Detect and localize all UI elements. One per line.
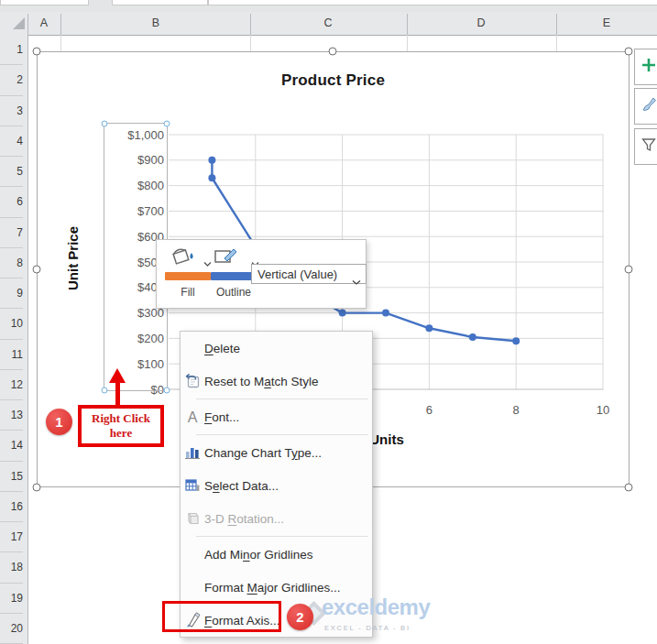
row-header-17[interactable]: 17 — [0, 522, 23, 552]
menu-item-3-d-rotation: 3-D Rotation... — [181, 502, 372, 535]
paint-bucket-icon — [169, 245, 196, 274]
row-header-14[interactable]: 14 — [0, 431, 23, 461]
row-header-column: 1234567891011121314151617181920 — [0, 35, 28, 644]
menu-item-label: Reset to Match Style — [204, 375, 319, 388]
outline-label: Outline — [211, 286, 257, 299]
resize-handle-left-mid[interactable] — [33, 266, 41, 274]
axis-handle[interactable] — [164, 387, 170, 394]
context-menu: DeleteReset to Match StyleAFont...Change… — [180, 331, 373, 638]
column-header-row: ABCDE — [0, 12, 657, 36]
menu-item-label: Select Data... — [204, 479, 279, 493]
svg-text:A: A — [188, 409, 198, 425]
row-header-18[interactable]: 18 — [0, 552, 23, 583]
resize-handle-top-mid[interactable] — [329, 48, 337, 56]
funnel-icon — [641, 136, 657, 157]
chart-title[interactable]: Product Price — [38, 71, 629, 90]
resize-handle-top-right[interactable] — [625, 48, 633, 56]
gridline — [60, 35, 61, 51]
step-2-badge: 2 — [287, 604, 313, 630]
y-axis-title[interactable]: Unit Price — [65, 185, 83, 332]
column-separator — [556, 14, 557, 35]
axis-handle[interactable] — [102, 121, 108, 127]
annotation-arrow-head — [109, 368, 126, 383]
menu-item-select-data[interactable]: Select Data... — [181, 469, 372, 502]
row-header-7[interactable]: 7 — [0, 218, 23, 248]
row-header-20[interactable]: 20 — [0, 614, 23, 644]
fill-button[interactable]: Fill — [165, 244, 213, 304]
3d-rotation-icon — [182, 510, 203, 527]
select-all-corner[interactable] — [13, 17, 25, 29]
mini-toolbar: Fill Outline Vertical (Value) — [156, 239, 367, 309]
column-header-a[interactable]: A — [40, 12, 48, 35]
column-header-b[interactable]: B — [152, 12, 159, 35]
column-header-e[interactable]: E — [603, 12, 610, 35]
row-header-10[interactable]: 10 — [0, 309, 23, 339]
menu-item-font[interactable]: AFont... — [181, 400, 372, 433]
row-header-12[interactable]: 12 — [0, 370, 23, 400]
annotation-arrow — [115, 381, 120, 407]
chart-element-dropdown-value: Vertical (Value) — [257, 267, 337, 281]
resize-handle-bottom-right[interactable] — [625, 484, 633, 492]
row-header-5[interactable]: 5 — [0, 157, 23, 187]
menu-separator — [196, 536, 368, 537]
resize-handle-bottom-left[interactable] — [33, 484, 41, 492]
chart-styles-button[interactable] — [634, 88, 657, 125]
right-click-note: Right Click here — [78, 405, 164, 447]
fill-label: Fill — [165, 286, 211, 299]
resize-handle-top-left[interactable] — [33, 48, 41, 56]
select-data-icon — [182, 477, 203, 494]
gridline — [250, 35, 251, 51]
name-box-remnant — [0, 0, 89, 5]
axis-handle[interactable] — [164, 121, 170, 127]
row-header-4[interactable]: 4 — [0, 126, 23, 157]
chevron-down-icon — [352, 272, 361, 292]
chart-elements-button[interactable] — [634, 49, 657, 85]
menu-separator — [196, 434, 368, 435]
row-header-2[interactable]: 2 — [0, 65, 23, 95]
column-separator — [60, 14, 61, 35]
menu-item-reset-to-match-style[interactable]: Reset to Match Style — [181, 365, 372, 398]
chart-element-dropdown[interactable]: Vertical (Value) — [251, 264, 367, 284]
row-header-9[interactable]: 9 — [0, 278, 23, 309]
column-separator — [27, 14, 28, 35]
column-header-d[interactable]: D — [476, 12, 485, 35]
menu-item-change-chart-type[interactable]: Change Chart Type... — [181, 436, 372, 469]
brush-icon — [641, 96, 657, 116]
formula-input-remnant — [208, 0, 657, 5]
toolbar-box-remnant — [112, 0, 208, 5]
outline-pencil-icon — [213, 246, 242, 272]
axis-handle[interactable] — [102, 387, 108, 394]
row-header-11[interactable]: 11 — [0, 340, 23, 370]
row-header-15[interactable]: 15 — [0, 462, 23, 492]
column-separator — [250, 14, 251, 35]
x-tick-label: 10 — [585, 403, 621, 418]
plus-icon — [641, 57, 657, 77]
row-header-8[interactable]: 8 — [0, 248, 23, 278]
font-icon: A — [182, 409, 203, 425]
outline-color-bar — [211, 272, 257, 280]
resize-handle-right-mid[interactable] — [625, 266, 633, 274]
menu-item-add-minor-gridlines[interactable]: Add Minor Gridlines — [181, 538, 372, 571]
menu-separator — [196, 398, 368, 399]
column-header-c[interactable]: C — [323, 12, 332, 35]
row-header-19[interactable]: 19 — [0, 584, 23, 614]
gridline — [407, 35, 408, 51]
format-axis-highlight-box — [162, 601, 281, 632]
gridline — [556, 35, 557, 51]
row-header-6[interactable]: 6 — [0, 187, 23, 217]
watermark-brand: exceldemy — [322, 595, 430, 620]
menu-item-label: Add Minor Gridlines — [204, 548, 313, 562]
excel-window: ABCDE 1234567891011121314151617181920 Pr… — [0, 0, 657, 644]
watermark: exceldemy EXCEL - DATA - BI — [302, 596, 412, 635]
menu-item-delete[interactable]: Delete — [181, 332, 372, 365]
row-header-3[interactable]: 3 — [0, 96, 23, 126]
menu-item-label: 3-D Rotation... — [204, 512, 284, 526]
fill-color-bar — [165, 272, 211, 280]
x-tick-label: 6 — [411, 403, 447, 418]
chart-filters-button[interactable] — [634, 128, 657, 165]
menu-item-label: Font... — [204, 410, 239, 424]
row-header-16[interactable]: 16 — [0, 492, 23, 522]
row-header-1[interactable]: 1 — [0, 35, 23, 65]
row-header-13[interactable]: 13 — [0, 400, 23, 431]
column-separator — [407, 14, 408, 35]
